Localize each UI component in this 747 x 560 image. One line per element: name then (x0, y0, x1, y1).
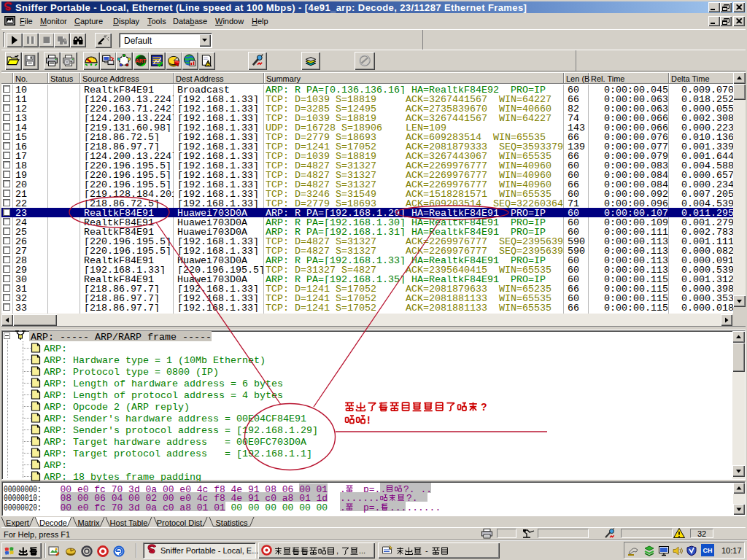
svg-text:?: ? (481, 401, 487, 413)
svg-text:!: ! (367, 414, 371, 426)
